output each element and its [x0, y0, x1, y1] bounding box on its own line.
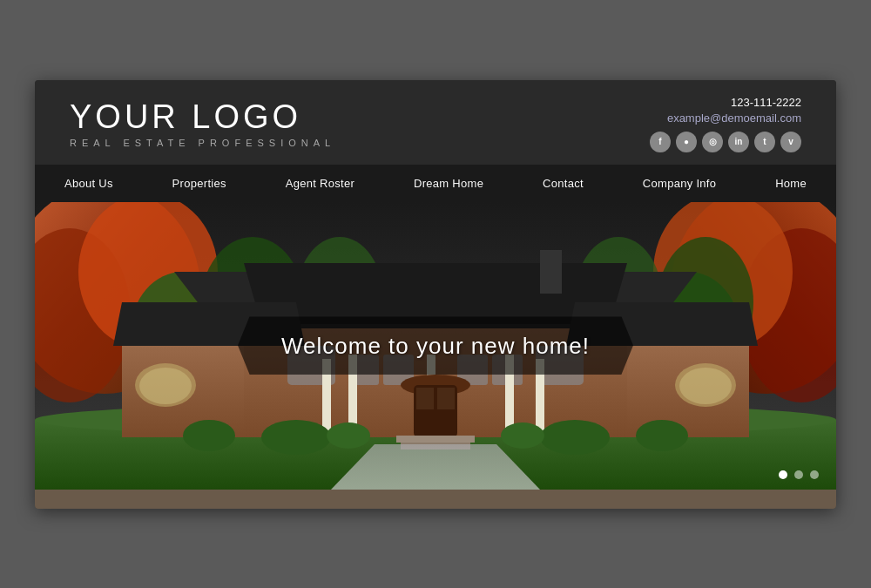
- svg-point-45: [261, 420, 331, 455]
- flickr-icon[interactable]: ●: [676, 132, 697, 152]
- browser-frame: YOUR LOGO REAL ESTATE PROFESSIONAL 123-1…: [35, 80, 836, 509]
- svg-rect-22: [540, 250, 562, 294]
- welcome-overlay: Welcome to your new home!: [238, 316, 633, 375]
- linkedin-icon[interactable]: in: [728, 132, 749, 152]
- nav-agent-roster[interactable]: Agent Roster: [272, 165, 368, 202]
- svg-rect-42: [396, 436, 475, 443]
- contact-email: example@demoemail.com: [650, 112, 801, 125]
- svg-point-49: [183, 420, 235, 451]
- slider-dot-1[interactable]: [779, 470, 787, 479]
- nav-about-us[interactable]: About Us: [51, 165, 127, 202]
- svg-marker-19: [244, 263, 627, 324]
- logo-text: YOUR LOGO: [70, 99, 335, 136]
- site-header: YOUR LOGO REAL ESTATE PROFESSIONAL 123-1…: [35, 80, 836, 165]
- social-icons-bar: f ● ◎ in t v: [650, 132, 801, 152]
- slider-dot-3[interactable]: [810, 470, 819, 479]
- site-nav: About Us Properties Agent Roster Dream H…: [35, 165, 836, 202]
- svg-rect-41: [437, 388, 455, 409]
- contact-area: 123-111-2222 example@demoemail.com f ● ◎…: [650, 96, 801, 152]
- nav-dream-home[interactable]: Dream Home: [400, 165, 497, 202]
- svg-rect-24: [139, 368, 192, 404]
- bottom-bar: [35, 490, 836, 509]
- nav-properties[interactable]: Properties: [159, 165, 240, 202]
- slider-dot-2[interactable]: [794, 470, 803, 479]
- svg-point-46: [540, 420, 610, 455]
- contact-phone: 123-111-2222: [650, 96, 801, 109]
- hero-background: Welcome to your new home!: [35, 202, 836, 490]
- twitter-icon[interactable]: t: [754, 132, 775, 152]
- logo-area: YOUR LOGO REAL ESTATE PROFESSIONAL: [70, 99, 335, 149]
- svg-point-48: [501, 422, 544, 449]
- svg-point-50: [636, 420, 688, 451]
- svg-rect-26: [679, 368, 732, 404]
- vimeo-icon[interactable]: v: [780, 132, 801, 152]
- nav-home[interactable]: Home: [761, 165, 820, 202]
- instagram-icon[interactable]: ◎: [702, 132, 723, 152]
- nav-contact[interactable]: Contact: [529, 165, 598, 202]
- facebook-icon[interactable]: f: [650, 132, 671, 152]
- svg-rect-40: [416, 388, 434, 409]
- slider-dots: [779, 470, 819, 479]
- svg-point-47: [327, 422, 370, 449]
- nav-company-info[interactable]: Company Info: [629, 165, 731, 202]
- welcome-text: Welcome to your new home!: [281, 332, 590, 359]
- hero-section: Welcome to your new home!: [35, 202, 836, 490]
- logo-tagline: REAL ESTATE PROFESSIONAL: [70, 138, 335, 148]
